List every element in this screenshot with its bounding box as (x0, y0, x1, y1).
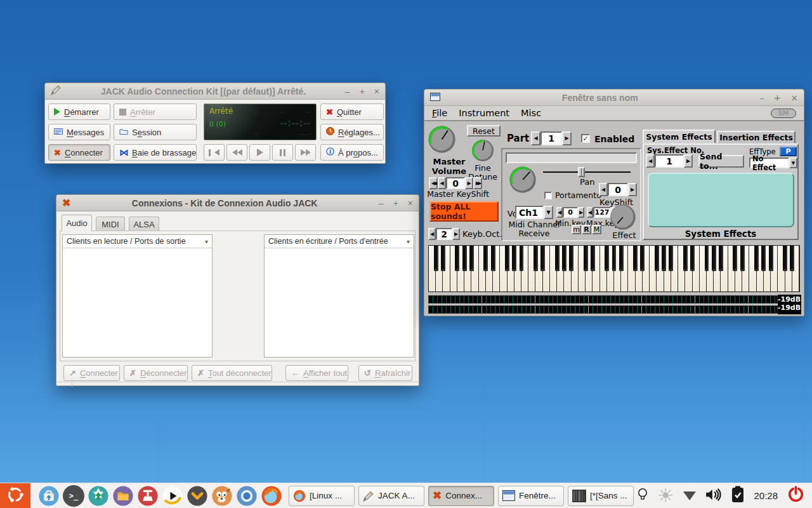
media-player-launcher[interactable] (162, 485, 183, 507)
close-button[interactable]: × (408, 199, 413, 208)
taskbar-window-editor[interactable]: [*[Sans ... (568, 486, 634, 506)
min-key-value[interactable]: 0 (563, 207, 578, 218)
piano-black-key[interactable] (790, 246, 794, 271)
midi-channel-combo[interactable]: Ch1 ▼ (515, 206, 553, 219)
network-wifi-icon[interactable] (683, 491, 696, 500)
battery-check-icon[interactable] (731, 486, 744, 505)
firefox-launcher[interactable] (261, 485, 282, 507)
piano-black-key[interactable] (740, 246, 745, 271)
close-button[interactable]: × (790, 93, 798, 102)
piano-black-key[interactable] (690, 246, 695, 271)
piano-black-key[interactable] (683, 246, 688, 271)
volume-icon[interactable] (705, 488, 722, 504)
start-button[interactable]: Démarrer (48, 104, 110, 120)
minimize-button[interactable]: – (345, 87, 350, 96)
spin-left-button[interactable]: ◀ (646, 154, 655, 168)
piano-black-key[interactable] (619, 246, 624, 271)
chevron-app-launcher[interactable] (187, 485, 208, 507)
minimize-button[interactable]: – (760, 93, 764, 102)
spin-left-button[interactable]: ◀ (438, 177, 446, 189)
part-keyshift-value[interactable]: 0 (608, 183, 628, 196)
menu-instrument[interactable]: Instrument (459, 108, 509, 118)
piano-black-key[interactable] (584, 246, 588, 271)
piano-black-key[interactable] (705, 246, 709, 271)
taskbar-window-connections[interactable]: ✖ Connex... (428, 486, 494, 506)
patchbay-button[interactable]: ⋈ Baie de brassage (114, 144, 197, 161)
maximize-button[interactable]: + (360, 87, 365, 96)
piano-black-key[interactable] (640, 246, 645, 271)
piano-black-key[interactable] (540, 246, 545, 271)
piano-black-key[interactable] (462, 246, 467, 271)
fine-detune-knob[interactable] (471, 138, 495, 165)
lightbulb-icon[interactable] (638, 486, 648, 505)
tab-alsa[interactable]: ALSA (129, 217, 159, 231)
master-volume-knob[interactable] (427, 124, 457, 157)
about-button[interactable]: i À propos... (320, 144, 384, 161)
piano-black-key[interactable] (434, 246, 438, 271)
menu-misc[interactable]: Misc (521, 108, 541, 118)
max-key-value[interactable]: 127 (593, 207, 611, 218)
taskbar-window-qjackctl[interactable]: JACK A... (358, 486, 424, 506)
piano-black-key[interactable] (712, 246, 716, 271)
qjackctl-titlebar[interactable]: JACK Audio Connection Kit [(par défaut)]… (45, 83, 385, 100)
settings-button[interactable]: Réglages... (320, 124, 384, 140)
spin-left-fast-button[interactable]: ◀◀ (429, 177, 438, 189)
close-button[interactable]: × (374, 87, 379, 96)
synth-titlebar[interactable]: Fenêtre sans nom – + × (424, 90, 804, 106)
menu-file[interactable]: File (432, 108, 447, 118)
chromium-launcher[interactable] (236, 485, 258, 507)
piano-black-key[interactable] (534, 246, 538, 271)
instrument-name-field[interactable] (506, 152, 637, 163)
expand-all-button[interactable]: ← Afficher tout (285, 365, 348, 381)
send-to-button[interactable]: Send to... (698, 155, 744, 168)
piano-black-key[interactable] (483, 246, 488, 271)
tab-insertion-effects[interactable]: Insertion Effects (717, 131, 796, 144)
piano-black-key[interactable] (761, 246, 766, 271)
session-button[interactable]: Session (114, 124, 197, 140)
piano-black-key[interactable] (441, 246, 445, 271)
refresh-button[interactable]: ↺ Rafraîchir (358, 365, 412, 381)
piano-keyboard[interactable] (428, 245, 800, 292)
portamento-checkbox[interactable] (544, 192, 552, 199)
spin-left-button[interactable]: ◀ (556, 207, 563, 218)
part-volume-knob[interactable] (508, 165, 537, 197)
writable-clients-list[interactable] (265, 248, 414, 357)
piano-black-key[interactable] (733, 246, 737, 271)
piano-black-key[interactable] (562, 246, 566, 271)
piano-black-key[interactable] (769, 246, 773, 271)
spin-right-button[interactable]: ▶ (684, 154, 693, 168)
writable-clients-combo[interactable]: Clients en écriture / Ports d'entrée ▾ (265, 235, 414, 248)
piano-black-key[interactable] (612, 246, 617, 271)
piano-black-key[interactable] (569, 246, 573, 271)
spin-right-button[interactable]: ▶ (562, 131, 572, 145)
spin-left-button[interactable]: ◀ (587, 207, 593, 218)
tab-midi[interactable]: MIDI (96, 217, 125, 231)
part-effect-knob[interactable] (609, 203, 637, 234)
piano-black-key[interactable] (505, 246, 509, 271)
file-manager-launcher[interactable] (112, 485, 134, 507)
piano-black-key[interactable] (520, 246, 524, 271)
ubuntu-menu-button[interactable] (0, 483, 30, 508)
piano-black-key[interactable] (605, 246, 609, 271)
stop-button[interactable]: Arrêter (114, 104, 197, 120)
piano-black-key[interactable] (455, 246, 459, 271)
connect-ports-button[interactable]: ↗ Connecter (63, 365, 120, 381)
minimize-button[interactable]: – (379, 199, 384, 208)
messages-button[interactable]: Messages (48, 124, 110, 140)
clock[interactable]: 20:28 (754, 490, 778, 501)
taskbar-window-firefox[interactable]: [Linux ... (289, 486, 355, 506)
quit-button[interactable]: ✖ Quitter (320, 104, 384, 120)
power-icon[interactable] (787, 486, 804, 505)
master-keyshift-value[interactable]: 0 (446, 177, 465, 189)
transport-play-button[interactable] (249, 144, 270, 161)
spin-left-button[interactable]: ◀ (428, 228, 436, 240)
key-range-reset-button[interactable]: R (582, 225, 591, 234)
piano-black-key[interactable] (655, 246, 659, 271)
spin-right-button[interactable]: ▶ (465, 177, 473, 189)
part-enabled-checkbox[interactable]: ✓ (581, 134, 590, 143)
taskbar-window-synth[interactable]: Fenêtre... (498, 486, 564, 506)
transport-pause-button[interactable] (272, 144, 293, 161)
piano-black-key[interactable] (469, 246, 474, 271)
readable-clients-combo[interactable]: Clients en lecture / Ports de sortie ▾ (63, 235, 212, 248)
piano-black-key[interactable] (754, 246, 759, 271)
